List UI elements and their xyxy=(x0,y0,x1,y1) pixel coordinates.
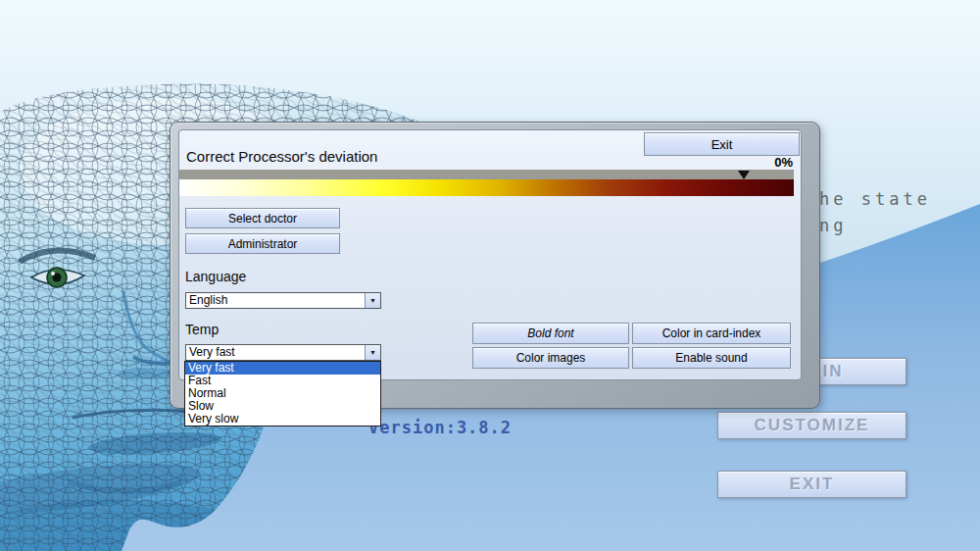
temp-dropdown-list: Very fast Fast Normal Slow Very slow xyxy=(184,361,381,426)
slider-marker-icon[interactable] xyxy=(738,171,750,179)
deviation-scale-track[interactable] xyxy=(179,170,794,179)
bold-font-button[interactable]: Bold font xyxy=(472,323,629,344)
enable-sound-button[interactable]: Enable sound xyxy=(632,347,791,369)
chevron-down-icon[interactable]: ▼ xyxy=(365,293,380,308)
administrator-button[interactable]: Administrator xyxy=(185,233,340,254)
deviation-gradient-bar xyxy=(179,179,794,196)
background-text-line2: ng xyxy=(819,216,847,235)
deviation-percent-label: 0% xyxy=(774,155,793,170)
select-doctor-button[interactable]: Select doctor xyxy=(185,208,340,228)
eye-highlight xyxy=(51,272,55,276)
exit-background-button[interactable]: EXIT xyxy=(717,471,906,498)
neck-shadow xyxy=(0,500,284,551)
version-label: Version:3.8.2 xyxy=(368,418,512,437)
temp-value: Very fast xyxy=(189,345,235,360)
background-text-line1: he state xyxy=(819,189,931,209)
temp-option-very-slow[interactable]: Very slow xyxy=(185,413,380,426)
color-in-card-index-button[interactable]: Color in card-index xyxy=(632,323,791,344)
settings-dialog-window: Correct Processor's deviation Exit 0% Se… xyxy=(170,122,820,409)
language-value: English xyxy=(189,293,227,308)
language-label: Language xyxy=(185,269,246,284)
temp-option-normal[interactable]: Normal xyxy=(185,387,380,400)
language-select[interactable]: English ▼ xyxy=(185,292,381,309)
color-images-button[interactable]: Color images xyxy=(472,347,629,369)
dialog-exit-button[interactable]: Exit xyxy=(644,132,800,156)
temp-option-very-fast[interactable]: Very fast xyxy=(185,362,380,375)
nose-shadow xyxy=(118,368,176,379)
dialog-panel: Correct Processor's deviation Exit 0% Se… xyxy=(178,129,802,380)
temp-label: Temp xyxy=(185,322,219,337)
customize-button[interactable]: CUSTOMIZE xyxy=(717,412,906,439)
temp-select[interactable]: Very fast ▼ xyxy=(185,344,381,361)
dialog-title: Correct Processor's deviation xyxy=(186,148,377,165)
chevron-down-icon[interactable]: ▼ xyxy=(365,345,380,360)
